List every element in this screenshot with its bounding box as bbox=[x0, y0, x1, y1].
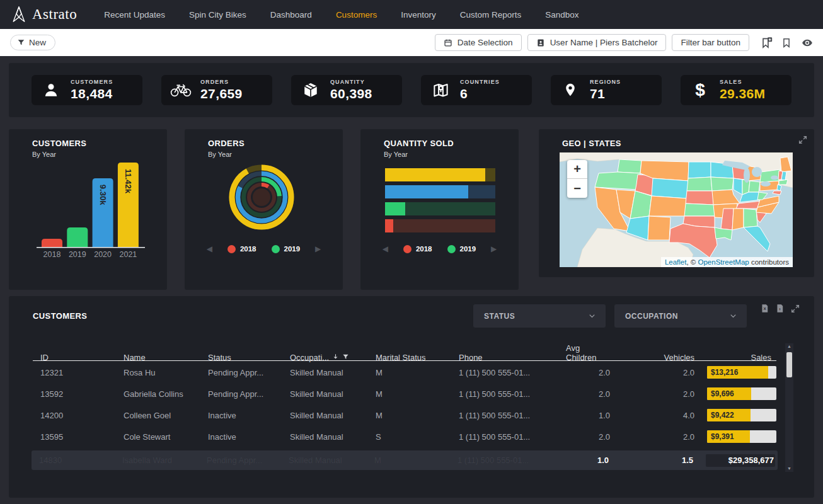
total-sales-bar: $29,358,677 bbox=[706, 454, 775, 467]
zoom-in-button[interactable]: + bbox=[567, 160, 587, 179]
sales-bar: $13,216 bbox=[707, 366, 776, 379]
column-filter-icon[interactable] bbox=[342, 353, 349, 362]
map-attribution: Leaflet, © OpenStreetMap contributors bbox=[661, 257, 793, 267]
nav-item-recent-updates[interactable]: Recent Updates bbox=[92, 10, 177, 20]
cell-occupation: Skilled Manual bbox=[282, 411, 368, 420]
export-excel-icon[interactable]: X bbox=[760, 303, 769, 314]
legend-entry-2018[interactable]: 2018 bbox=[227, 245, 256, 253]
cell-name: Gabriella Collins bbox=[116, 389, 200, 399]
legend-entry-2019[interactable]: 2019 bbox=[272, 245, 301, 253]
customers-chart-panel: 201820199.30k202011.42k2021 CUSTOMERS By… bbox=[9, 129, 167, 290]
table-row[interactable]: 13592Gabriella CollinsPending Appr...Ski… bbox=[33, 383, 776, 404]
sales-value: $13,216 bbox=[711, 368, 738, 377]
qty-bar-2020[interactable] bbox=[385, 185, 495, 198]
kpi-value: 60,398 bbox=[330, 86, 372, 101]
table-scrollbar[interactable]: ▲ ▼ bbox=[785, 343, 793, 472]
kpi-text: COUNTRIES6 bbox=[460, 79, 500, 101]
cell-id: 13595 bbox=[33, 432, 116, 442]
x-axis-label: 2019 bbox=[69, 250, 86, 259]
choropleth-map[interactable] bbox=[560, 152, 793, 267]
bar-2018[interactable] bbox=[42, 239, 62, 247]
nav-item-inventory[interactable]: Inventory bbox=[389, 10, 448, 20]
legend-entry-2019[interactable]: 2019 bbox=[447, 245, 476, 253]
quantity-chart-panel: QUANTITY SOLD By Year ◀20182019▶ bbox=[360, 129, 519, 290]
cell-status: Pending Appr... bbox=[200, 389, 282, 399]
nav-item-customers[interactable]: Customers bbox=[324, 10, 389, 20]
quantity-legend: ◀20182019▶ bbox=[360, 244, 519, 253]
cell-occupation: Skilled Manual bbox=[282, 368, 368, 377]
expand-icon[interactable] bbox=[790, 304, 800, 314]
cell-phone: 1 (11) 500 555-01... bbox=[451, 411, 566, 420]
qty-bar-2019[interactable] bbox=[385, 202, 495, 215]
attribution-text: , © bbox=[686, 258, 698, 266]
sort-desc-icon[interactable] bbox=[332, 353, 339, 362]
chart-title: QUANTITY SOLD bbox=[384, 139, 454, 148]
date-selection-button[interactable]: Date Selection bbox=[435, 34, 522, 51]
cell-marital-status: M bbox=[368, 368, 451, 377]
chevron-down-icon bbox=[587, 311, 597, 321]
top-nav: Astrato Recent UpdatesSpin City BikesDas… bbox=[0, 0, 823, 29]
table-row[interactable]: 13595Cole StewartInactiveSkilled ManualS… bbox=[33, 426, 776, 447]
nav-item-spin-city-bikes[interactable]: Spin City Bikes bbox=[177, 10, 258, 20]
qty-bar-2021[interactable] bbox=[385, 168, 495, 181]
attribution-link[interactable]: Leaflet bbox=[665, 258, 687, 266]
new-filter-button[interactable]: New bbox=[10, 35, 55, 50]
kpi-text: SALES29.36M bbox=[720, 79, 765, 101]
table-row[interactable]: 12321Rosa HuPending Appr...Skilled Manua… bbox=[33, 362, 776, 383]
legend-next-arrow[interactable]: ▶ bbox=[315, 244, 321, 253]
legend-prev-arrow[interactable]: ◀ bbox=[383, 244, 388, 253]
kpi-tile-orders: ORDERS27,659 bbox=[161, 75, 272, 105]
scroll-thumb[interactable] bbox=[786, 352, 792, 377]
ghost-status: Pending Appr... bbox=[199, 455, 281, 465]
eye-icon[interactable] bbox=[800, 37, 814, 49]
sales-value: $9,422 bbox=[711, 411, 734, 420]
kpi-tile-sales: $SALES29.36M bbox=[681, 75, 791, 105]
attribution-link[interactable]: OpenStreetMap bbox=[698, 258, 749, 266]
filter-bar-button[interactable]: Filter bar button bbox=[672, 34, 749, 51]
expand-icon[interactable] bbox=[798, 135, 808, 145]
filter-bar-label: Filter bar button bbox=[681, 38, 740, 47]
kpi-label: SALES bbox=[720, 79, 765, 85]
zoom-out-button[interactable]: − bbox=[567, 179, 587, 198]
qty-bar-2018[interactable] bbox=[385, 219, 495, 232]
cell-marital-status: M bbox=[368, 389, 451, 399]
cell-marital-status: M bbox=[368, 411, 451, 420]
us-states-map[interactable]: + − Leaflet, © OpenStreetMap contributor… bbox=[560, 152, 793, 267]
cell-phone: 1 (11) 500 555-01... bbox=[451, 368, 566, 377]
legend-entry-2018[interactable]: 2018 bbox=[403, 245, 432, 253]
x-axis-label: 2021 bbox=[119, 250, 137, 259]
cell-sales: $9,391 bbox=[699, 430, 776, 443]
qty-bar-fill-2019 bbox=[385, 202, 405, 215]
bookmark-icon[interactable] bbox=[781, 37, 792, 49]
cell-vehicles: 2.0 bbox=[615, 368, 699, 377]
brand[interactable]: Astrato bbox=[11, 6, 77, 23]
occupation-filter-dropdown[interactable]: OCCUPATION bbox=[614, 304, 747, 328]
nav-item-dashboard[interactable]: Dashboard bbox=[258, 10, 324, 20]
status-filter-dropdown[interactable]: STATUS bbox=[473, 304, 606, 328]
sales-bar: $9,696 bbox=[707, 387, 776, 400]
scroll-up-arrow[interactable]: ▲ bbox=[787, 344, 791, 349]
bookmark-add-icon[interactable] bbox=[760, 37, 773, 49]
bar-2019[interactable] bbox=[67, 227, 88, 247]
kpi-value: 29.36M bbox=[720, 86, 765, 101]
total-avg-children: 1.0 bbox=[565, 455, 614, 465]
quantity-bars[interactable] bbox=[385, 168, 495, 236]
legend-next-arrow[interactable]: ▶ bbox=[491, 244, 497, 253]
scroll-down-arrow[interactable]: ▼ bbox=[787, 466, 791, 471]
export-csv-icon[interactable]: , bbox=[775, 303, 785, 314]
orders-radial-chart[interactable] bbox=[185, 129, 343, 290]
user-name-button[interactable]: User Name | Piers Batchelor bbox=[527, 34, 667, 51]
kpi-text: CUSTOMERS18,484 bbox=[71, 79, 113, 101]
nav-item-custom-reports[interactable]: Custom Reports bbox=[448, 10, 534, 20]
legend-prev-arrow[interactable]: ◀ bbox=[207, 244, 212, 253]
svg-text:$: $ bbox=[695, 81, 705, 99]
nav-item-sandbox[interactable]: Sandbox bbox=[533, 10, 590, 20]
table-row[interactable]: 14200Colleen GoelInactiveSkilled ManualM… bbox=[33, 404, 776, 426]
location-pin-icon bbox=[551, 82, 590, 98]
ghost-phone: 1 (11) 500 555-01... bbox=[450, 455, 565, 465]
x-axis-label: 2018 bbox=[43, 250, 61, 259]
cell-status: Inactive bbox=[200, 432, 282, 442]
kpi-text: QUANTITY60,398 bbox=[330, 79, 372, 101]
cell-id: 13592 bbox=[33, 389, 116, 399]
sales-bar: $9,391 bbox=[707, 430, 776, 443]
